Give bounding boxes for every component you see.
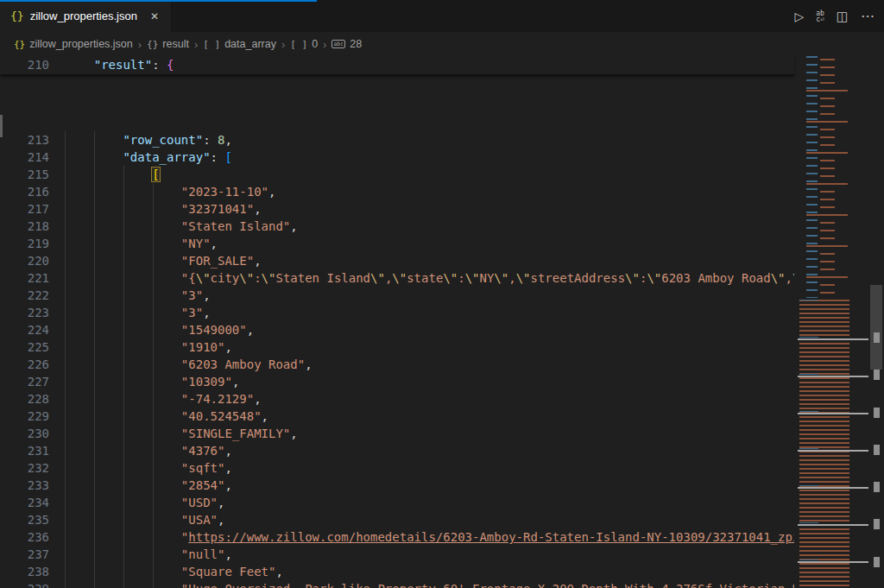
line-number[interactable]: 230 (0, 425, 49, 442)
line-number[interactable]: 219 (0, 235, 49, 252)
code-line[interactable]: 230 "SINGLE_FAMILY", (0, 425, 794, 442)
line-number[interactable]: 216 (0, 183, 49, 200)
code-token (65, 202, 181, 216)
code-token: , (786, 271, 792, 285)
code-token: , (203, 306, 210, 319)
code-line[interactable]: 215 [ (0, 166, 794, 183)
code-line[interactable]: 225 "1910", (0, 338, 794, 356)
code-line[interactable]: 218 "Staten Island", (0, 218, 794, 235)
line-number[interactable]: 222 (0, 287, 49, 304)
code-token: \" (647, 271, 661, 285)
code-line[interactable]: 231 "4376", (0, 442, 794, 459)
breadcrumb-item-zillow-properties-json[interactable]: {}zillow_properties.json (14, 38, 133, 50)
line-number[interactable]: 214 (0, 149, 49, 166)
code-token: "USA" (181, 513, 218, 527)
breadcrumb-item-0[interactable]: [ ]0 (290, 38, 318, 50)
code-token: : (211, 150, 225, 164)
sticky-line[interactable]: 210 "result": { (0, 56, 794, 73)
split-editor-button[interactable]: ◫ (837, 9, 849, 24)
code-line[interactable]: 224 "1549000", (0, 321, 794, 338)
scrollbar-slider[interactable] (870, 285, 882, 370)
minimap[interactable] (794, 56, 870, 588)
line-number[interactable]: 239 (0, 580, 49, 588)
line-number[interactable]: 221 (0, 269, 49, 287)
line-number[interactable]: 233 (0, 477, 49, 494)
line-number[interactable]: 226 (0, 356, 49, 373)
code-token: , (224, 461, 231, 475)
code-token (65, 340, 181, 354)
scrollbar[interactable] (870, 56, 884, 588)
code-token: "Square Feet" (181, 565, 276, 579)
line-number[interactable]: 223 (0, 304, 49, 321)
code-text: "result": { (49, 56, 174, 73)
code-line[interactable]: 237 "null", (0, 546, 794, 563)
code-line[interactable]: 217 "32371041", (0, 200, 794, 218)
code-token: "{ (181, 271, 196, 285)
code-line[interactable]: 236 "https://www.zillow.com/homedetails/… (0, 528, 794, 546)
code-token (65, 219, 181, 233)
code-line[interactable]: 220 "FOR_SALE", (0, 252, 794, 269)
sticky-scroll[interactable]: 210 "result": { (0, 56, 794, 74)
code-line[interactable]: 239 "Huge Oversized Park-like Property 6… (0, 580, 794, 588)
code-line[interactable]: 222 "3", (0, 287, 794, 304)
code-line[interactable]: 228 "-74.2129", (0, 390, 794, 408)
word-wrap-button[interactable]: ab c⏎ (816, 10, 824, 22)
code-token: , (508, 271, 515, 285)
breadcrumb-item-28[interactable]: abc28 (332, 38, 362, 50)
code-line[interactable]: 213 "row_count": 8, (0, 131, 794, 149)
code-text: "https://www.zillow.com/homedetails/6203… (49, 528, 794, 546)
line-number[interactable]: 224 (0, 321, 49, 338)
line-number[interactable]: 210 (0, 56, 49, 73)
code-token: , (224, 340, 231, 354)
code-line[interactable]: 238 "Square Feet", (0, 563, 794, 580)
code-line[interactable]: 221 "{\"city\":\"Staten Island\",\"state… (0, 269, 794, 287)
line-number[interactable]: 225 (0, 338, 49, 356)
line-number[interactable]: 215 (0, 166, 49, 183)
line-number[interactable]: 218 (0, 218, 49, 235)
line-number[interactable]: 236 (0, 528, 49, 546)
line-number[interactable]: 234 (0, 494, 49, 511)
code-line[interactable]: 214 "data_array": [ (0, 149, 794, 166)
code-text: "1549000", (49, 321, 254, 338)
tab-title: zillow_properties.json (30, 9, 137, 22)
line-number[interactable]: 232 (0, 459, 49, 477)
code-line[interactable]: 235 "USA", (0, 511, 794, 528)
code-line[interactable]: 233 "2854", (0, 477, 794, 494)
line-number[interactable]: 229 (0, 408, 49, 425)
braces-icon: {} (147, 39, 158, 50)
line-number[interactable]: 238 (0, 563, 49, 580)
code-token: , (203, 288, 210, 302)
code-line[interactable]: 219 "NY", (0, 235, 794, 252)
code-line[interactable]: 216 "2023-11-10", (0, 183, 794, 200)
line-number[interactable]: 237 (0, 546, 49, 563)
code-line[interactable]: 232 "sqft", (0, 459, 794, 477)
code-line[interactable]: 223 "3", (0, 304, 794, 321)
code-line[interactable]: 234 "USD", (0, 494, 794, 511)
editor[interactable]: 213 "row_count": 8,214 "data_array": [21… (0, 56, 794, 588)
breadcrumb-separator: › (323, 38, 326, 51)
breadcrumb-item-data-array[interactable]: [ ]data_array (203, 38, 276, 50)
code-line[interactable]: 229 "40.524548", (0, 408, 794, 425)
line-number[interactable]: 228 (0, 390, 49, 408)
code-token: : (152, 58, 167, 72)
code-text: "null", (49, 546, 232, 563)
close-tab-icon[interactable]: ✕ (148, 9, 161, 24)
code-link[interactable]: https://www.zillow.com/homedetails/6203-… (188, 530, 794, 544)
line-number[interactable]: 231 (0, 442, 49, 459)
code-line[interactable]: 227 "10309", (0, 373, 794, 390)
code-token (65, 547, 181, 561)
line-number[interactable]: 213 (0, 131, 49, 149)
tab-zillow-properties-json[interactable]: {} zillow_properties.json ✕ (0, 0, 172, 32)
line-number[interactable]: 220 (0, 252, 49, 269)
code-token: "data_array" (123, 150, 210, 164)
overview-ruler-mark (874, 445, 880, 455)
line-number[interactable]: 217 (0, 200, 49, 218)
code-lines[interactable]: 213 "row_count": 8,214 "data_array": [21… (0, 131, 794, 588)
run-button[interactable]: ▷ (794, 9, 804, 23)
breadcrumb-item-result[interactable]: {}result (147, 38, 189, 50)
line-number[interactable]: 235 (0, 511, 49, 528)
line-number[interactable]: 227 (0, 373, 49, 390)
code-line[interactable]: 226 "6203 Amboy Road", (0, 356, 794, 373)
code-token: \" (494, 271, 508, 285)
more-actions-button[interactable]: ⋯ (861, 8, 875, 24)
